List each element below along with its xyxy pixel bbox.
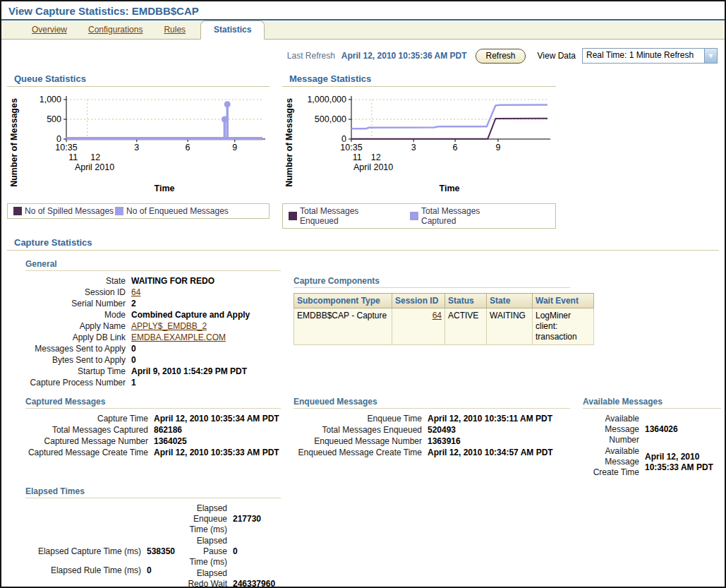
field-value: April 12, 2010 10:35:11 AM PDT [428,414,570,424]
field-label: Session ID [25,287,131,298]
svg-text:April 2010: April 2010 [353,162,393,172]
legend-item: Total Messages Enqueued [287,206,409,226]
svg-text:12: 12 [371,152,381,162]
field-label: Elapsed Enqueue Time (ms) [185,503,233,535]
svg-text:9: 9 [232,143,237,152]
field-value-link[interactable]: 64 [131,287,140,297]
tab-rules[interactable]: Rules [164,25,186,35]
field-label: Capture Time [25,414,154,424]
tab-statistics[interactable]: Statistics [200,20,265,40]
svg-text:6: 6 [186,143,190,152]
svg-text:1,000: 1,000 [40,95,61,104]
field-value: 246337960 [233,579,281,588]
field-label: Enqueued Message Create Time [294,448,428,458]
page: View Capture Statistics: EMDBB$CAP Overv… [0,0,726,588]
last-refresh-value: April 12, 2010 10:35:36 AM PDT [341,51,467,61]
field-value: April 12, 2010 10:35:33 AM PDT [645,452,721,473]
queue-statistics-title: Queue Statistics [7,73,270,87]
message-statistics-legend: Total Messages EnqueuedTotal Messages Ca… [282,203,556,229]
field-value: April 12, 2010 10:34:57 AM PDT [428,448,570,458]
svg-text:Number of Messages: Number of Messages [284,98,294,187]
available-messages-title: Available Messages [583,397,721,409]
field-value: 1364026 [645,424,721,435]
message-statistics-title: Message Statistics [282,73,556,87]
field-label: Apply Name [25,321,131,332]
field-value: April 12, 2010 10:35:33 AM PDT [154,448,281,458]
field-value: 64 [131,287,281,298]
field-label: Total Messages Enqueued [294,425,428,436]
legend-label: Total Messages Captured [421,206,502,226]
elapsed-times-section: Elapsed Times Elapsed Capture Time (ms)5… [25,478,281,588]
svg-text:3: 3 [411,143,416,152]
field-value: 217730 [233,514,281,524]
message-statistics-section: Message Statistics 0500,0001,000,00010:3… [282,68,556,229]
column-header: Status [445,294,487,308]
legend-swatch-icon [410,212,418,220]
field-label: Elapsed Redo Wait Time (ms) [185,568,233,588]
field-label: Elapsed LCR Time (ms) [25,585,147,588]
available-messages-fields: Available Message Number1364026Available… [583,414,721,478]
message-statistics-chart: 0500,0001,000,00010:353691112April 2010T… [282,88,556,196]
field-value: 520493 [428,425,570,436]
table-cell: WAITING [487,308,533,345]
table-cell: ACTIVE [445,308,487,345]
column-header: State [487,294,533,308]
svg-text:3: 3 [134,143,139,152]
field-label: Elapsed Pause Time (ms) [185,536,233,568]
capture-statistics-grid: General StateWAITING FOR REDOSession ID6… [1,251,725,588]
capture-statistics-title: Capture Statistics [7,237,719,251]
legend-item: Total Messages Captured [409,206,530,226]
field-value: WAITING FOR REDO [131,276,281,287]
field-value: 862186 [154,425,281,436]
view-data-select[interactable]: Real Time: 1 Minute Refresh ▼ [582,48,718,64]
field-value: EMDBA.EXAMPLE.COM [131,332,281,343]
table-cell: 64 [392,308,445,345]
field-value: 538350 [147,546,185,557]
captured-messages-fields: Capture TimeApril 12, 2010 10:35:34 AM P… [25,414,281,458]
field-label: State [25,276,131,287]
field-value: Combined Capture and Apply [131,310,281,320]
svg-text:10:35: 10:35 [55,143,77,152]
field-value-link[interactable]: APPLY$_EMDBB_2 [131,321,207,331]
charts-row: Queue Statistics 05001,00010:353691112Ap… [1,65,725,229]
refresh-button[interactable]: Refresh [476,49,525,64]
field-label: Apply DB Link [25,332,131,343]
tab-overview[interactable]: Overview [32,25,67,35]
svg-text:Number of Messages: Number of Messages [9,98,19,187]
queue-statistics-chart: 05001,00010:353691112April 2010TimeNumbe… [7,88,270,196]
table-cell: EMDBB$CAP - Capture [294,308,392,345]
field-label: Available Message Number [583,414,645,445]
capture-components-table: Subcomponent TypeSession IDStatusStateWa… [294,293,594,345]
field-label: Mode [25,310,131,320]
svg-text:10:35: 10:35 [340,143,362,152]
field-value: APPLY$_EMDBB_2 [131,321,281,332]
table-cell-link[interactable]: 64 [432,311,442,320]
page-title: View Capture Statistics: EMDBB$CAP [1,1,725,19]
field-value: 0 [147,565,185,576]
field-label: Captured Message Number [25,436,154,447]
field-label: Bytes Sent to Apply [25,355,131,366]
field-value: 0 [233,546,281,557]
legend-label: Total Messages Enqueued [300,206,380,226]
legend-label: No of Spilled Messages [25,206,114,216]
general-title: General [25,259,281,271]
field-value: 18709 [147,585,185,588]
field-value: 1363916 [428,436,570,447]
svg-text:Time: Time [440,184,460,193]
enqueued-messages-title: Enqueued Messages [294,397,570,409]
chevron-down-icon[interactable]: ▼ [704,49,717,63]
field-label: Serial Number [25,299,131,309]
field-label: Capture Process Number [25,378,131,388]
field-value: April 12, 2010 10:35:34 AM PDT [154,414,281,424]
field-value-link[interactable]: EMDBA.EXAMPLE.COM [131,332,226,342]
field-value: 1 [131,378,281,388]
svg-text:11: 11 [68,152,78,162]
tab-configurations[interactable]: Configurations [88,25,143,35]
capture-components-title: Capture Components [294,276,570,288]
enqueued-messages-section: Enqueued Messages Enqueue TimeApril 12, … [294,388,570,458]
field-label: Startup Time [25,366,131,377]
general-fields: StateWAITING FOR REDOSession ID64Serial … [25,276,281,388]
svg-text:April 2010: April 2010 [75,162,114,172]
field-label: Total Messages Captured [25,425,154,436]
svg-text:6: 6 [453,143,458,152]
